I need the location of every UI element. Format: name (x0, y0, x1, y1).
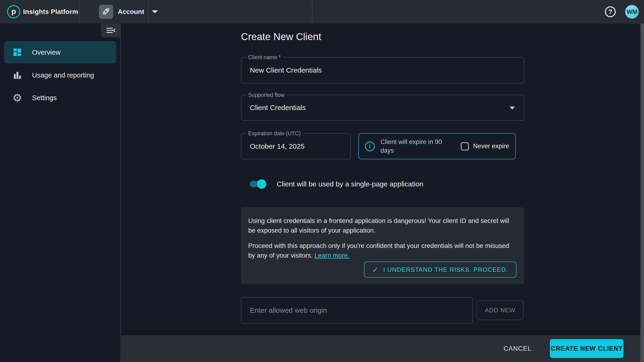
spa-toggle-row: Client will be used by a single-page app… (250, 176, 423, 192)
app-window: p Insights Platform Account ? WM (0, 0, 644, 362)
expire-info-box: i Client will expire in 90 days Never ex… (358, 133, 516, 159)
create-new-client-button[interactable]: CREATE NEW CLIENT (550, 339, 624, 358)
spa-toggle-switch[interactable] (250, 181, 265, 187)
top-bar: p Insights Platform Account ? WM (0, 0, 644, 24)
sidebar-item-usage-and-reporting[interactable]: Usage and reporting (4, 64, 116, 86)
expire-message: Client will expire in 90 days (380, 138, 451, 155)
gear-icon: ⚙ (12, 92, 23, 103)
toggle-thumb (257, 179, 266, 189)
chevron-down-icon (152, 10, 158, 13)
user-avatar[interactable]: WM (625, 5, 639, 18)
client-name-label: Client name * (246, 54, 283, 60)
expiration-date-input[interactable] (242, 134, 350, 159)
info-glyph: i (369, 142, 370, 150)
supported-flow-value: Client Credentials (250, 104, 306, 112)
understand-risks-label: I UNDERSTAND THE RISKS. PROCEED. (383, 266, 508, 274)
main-content: Create New Client Client name * Supporte… (121, 24, 640, 335)
supported-flow-select[interactable]: Supported flow Client Credentials (241, 95, 524, 121)
credentials-warning-box: Using client credentials in a frontend a… (241, 208, 524, 284)
rocket-icon (99, 5, 113, 19)
bar-chart-icon (12, 70, 23, 80)
never-expire-checkbox[interactable] (461, 142, 469, 150)
footer-action-bar: CANCEL CREATE NEW CLIENT (121, 335, 644, 362)
sidebar-item-label: Overview (32, 48, 60, 56)
vertical-scrollbar[interactable] (640, 24, 644, 362)
warning-paragraph-1: Using client credentials in a frontend a… (248, 216, 516, 235)
dashboard-icon (12, 47, 23, 57)
warning-paragraph-2: Proceed with this approach only if you'r… (248, 241, 516, 260)
sidebar-item-label: Usage and reporting (32, 72, 94, 79)
client-name-field: Client name * (241, 57, 524, 84)
sidebar-item-overview[interactable]: Overview (4, 41, 116, 64)
dropdown-caret-icon (510, 106, 515, 110)
sidebar-item-settings[interactable]: ⚙ Settings (4, 87, 116, 109)
page-title: Create New Client (241, 31, 321, 42)
sidebar: Overview Usage and reporting ⚙ Settings (0, 24, 121, 362)
add-new-button[interactable]: ADD NEW (477, 300, 524, 320)
sidebar-item-label: Settings (32, 94, 57, 102)
info-icon: i (365, 142, 375, 151)
learn-more-link[interactable]: Learn more. (314, 252, 349, 259)
never-expire-control: Never expire (461, 142, 509, 150)
client-name-input[interactable] (242, 58, 524, 83)
web-origin-field (241, 297, 473, 324)
decorative-arc (0, 0, 80, 24)
understand-risks-button[interactable]: ✓ I UNDERSTAND THE RISKS. PROCEED. (364, 262, 516, 278)
collapse-sidebar-button[interactable] (101, 24, 120, 37)
help-icon[interactable]: ? (605, 6, 616, 17)
supported-flow-label: Supported flow (246, 92, 286, 98)
never-expire-label: Never expire (473, 142, 509, 150)
expiration-date-field: Expiration date (UTC) (241, 133, 351, 159)
spa-toggle-label: Client will be used by a single-page app… (277, 180, 423, 188)
warning-paragraph-2-text: Proceed with this approach only if you'r… (248, 242, 509, 259)
collapse-sidebar-icon (105, 26, 116, 34)
check-icon: ✓ (372, 266, 378, 274)
account-label: Account (118, 8, 144, 16)
web-origin-input[interactable] (242, 298, 472, 323)
avatar-initials: WM (626, 8, 638, 16)
account-switcher[interactable]: Account (99, 5, 158, 19)
top-bar-actions: ? WM (605, 5, 644, 18)
decorative-arc (148, 0, 313, 24)
help-glyph: ? (608, 8, 612, 16)
expiration-date-label: Expiration date (UTC) (246, 130, 303, 137)
cancel-button[interactable]: CANCEL (504, 345, 532, 352)
